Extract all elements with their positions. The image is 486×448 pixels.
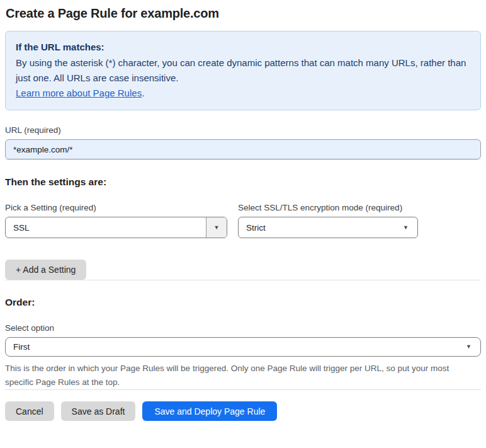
save-as-draft-button[interactable]: Save as Draft — [61, 401, 136, 421]
divider — [5, 389, 481, 390]
ssl-mode-arrow-wrap: ▼ — [398, 225, 417, 231]
cancel-button[interactable]: Cancel — [5, 401, 54, 421]
divider — [5, 159, 481, 160]
info-box-body: By using the asterisk (*) character, you… — [16, 55, 470, 86]
chevron-down-icon: ▼ — [466, 344, 472, 350]
info-box-heading: If the URL matches: — [16, 40, 470, 55]
setting-picker-select[interactable]: SSL ▼ — [5, 217, 227, 238]
add-setting-button[interactable]: + Add a Setting — [5, 260, 86, 280]
url-field-label: URL (required) — [5, 125, 481, 135]
order-select-value: First — [6, 342, 461, 352]
url-section: URL (required) — [5, 125, 481, 159]
url-input[interactable] — [5, 139, 481, 159]
order-select[interactable]: First ▼ — [5, 337, 481, 357]
order-section-heading: Order: — [5, 297, 481, 308]
learn-more-link[interactable]: Learn more about Page Rules — [16, 88, 142, 98]
order-select-arrow-wrap: ▼ — [461, 344, 480, 350]
setting-picker-value: SSL — [6, 223, 206, 233]
order-select-label: Select option — [5, 323, 481, 333]
settings-section-heading: Then the settings are: — [5, 176, 481, 188]
ssl-mode-value: Strict — [239, 223, 398, 233]
chevron-down-icon: ▼ — [214, 225, 220, 231]
setting-picker-column: Pick a Setting (required) SSL ▼ — [5, 203, 227, 238]
settings-row: Pick a Setting (required) SSL ▼ Select S… — [5, 203, 481, 238]
divider — [5, 280, 481, 280]
save-and-deploy-button[interactable]: Save and Deploy Page Rule — [142, 401, 277, 421]
setting-picker-arrow-segment[interactable]: ▼ — [206, 217, 227, 238]
order-helper-text: This is the order in which your Page Rul… — [5, 362, 478, 389]
ssl-mode-label: Select SSL/TLS encryption mode (required… — [238, 203, 418, 212]
ssl-mode-column: Select SSL/TLS encryption mode (required… — [238, 203, 418, 238]
info-box-link-row: Learn more about Page Rules. — [16, 86, 470, 101]
order-select-section: Select option First ▼ This is the order … — [5, 323, 481, 389]
page-title: Create a Page Rule for example.com — [6, 6, 481, 21]
url-match-info-box: If the URL matches: By using the asteris… — [5, 31, 481, 110]
footer-buttons: Cancel Save as Draft Save and Deploy Pag… — [5, 401, 481, 421]
setting-picker-label: Pick a Setting (required) — [5, 203, 227, 212]
ssl-mode-select[interactable]: Strict ▼ — [238, 217, 418, 238]
chevron-down-icon: ▼ — [403, 225, 409, 231]
link-suffix: . — [142, 88, 144, 98]
